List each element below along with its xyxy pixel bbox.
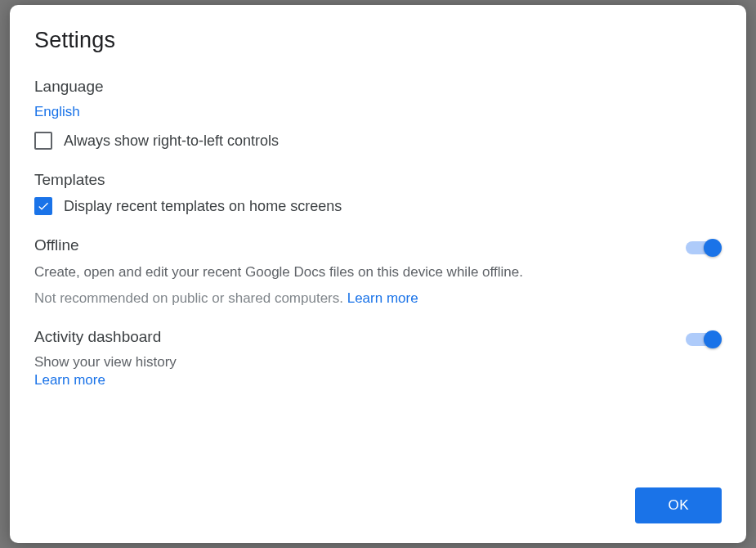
language-link[interactable]: English — [34, 104, 80, 120]
offline-toggle[interactable] — [686, 238, 722, 258]
activity-learn-more-link[interactable]: Learn more — [34, 372, 105, 388]
activity-toggle[interactable] — [686, 330, 722, 349]
rtl-checkbox-row: Always show right-to-left controls — [34, 132, 722, 150]
dialog-footer: OK — [34, 487, 722, 523]
ok-button[interactable]: OK — [635, 487, 722, 523]
templates-checkbox[interactable] — [34, 197, 52, 215]
activity-section: Activity dashboard Show your view histor… — [34, 328, 722, 389]
templates-checkbox-row: Display recent templates on home screens — [34, 197, 722, 215]
templates-header: Templates — [34, 171, 722, 189]
activity-description: Show your view history — [34, 354, 653, 371]
templates-checkbox-label: Display recent templates on home screens — [64, 198, 342, 215]
templates-section: Templates Display recent templates on ho… — [34, 171, 722, 215]
language-header: Language — [34, 78, 722, 96]
offline-warning-row: Not recommended on public or shared comp… — [34, 290, 653, 307]
rtl-checkbox-label: Always show right-to-left controls — [64, 133, 279, 150]
offline-header: Offline — [34, 236, 653, 254]
toggle-thumb — [704, 239, 722, 257]
rtl-checkbox[interactable] — [34, 132, 52, 150]
offline-description: Create, open and edit your recent Google… — [34, 263, 653, 282]
check-icon — [37, 200, 50, 213]
offline-learn-more-link[interactable]: Learn more — [347, 290, 418, 306]
offline-warning: Not recommended on public or shared comp… — [34, 290, 343, 306]
language-section: Language English Always show right-to-le… — [34, 78, 722, 150]
dialog-title: Settings — [34, 28, 722, 53]
activity-header: Activity dashboard — [34, 328, 653, 346]
settings-dialog: Settings Language English Always show ri… — [10, 5, 746, 543]
offline-section: Offline Create, open and edit your recen… — [34, 236, 722, 307]
toggle-thumb — [704, 330, 722, 348]
